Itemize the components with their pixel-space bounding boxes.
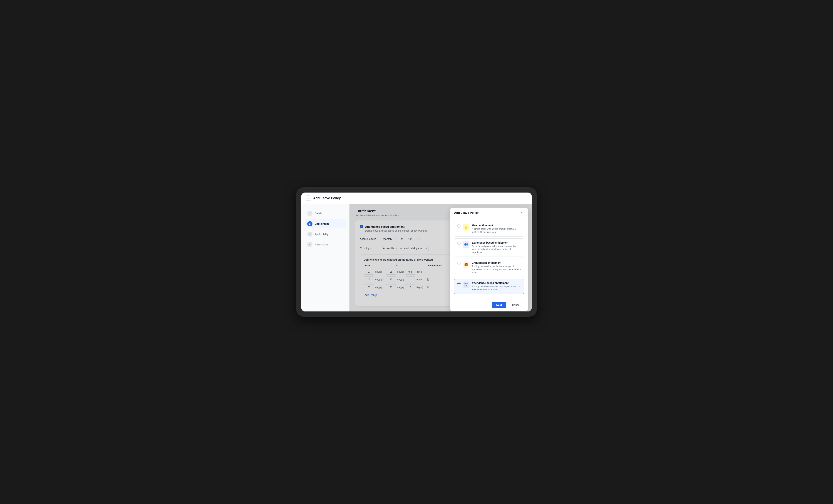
step-number-4: 4 — [307, 242, 312, 247]
next-button[interactable]: Next — [492, 302, 506, 308]
step-number-1: 1 — [307, 211, 312, 216]
policy-option-grant[interactable]: 🎁 Grant based entitlement A policy that … — [454, 258, 524, 277]
policy-selection-modal: Add Leave Policy × ⭐ Fixed entitlement A… — [450, 207, 528, 311]
grant-policy-info: Grant based entitlement A policy that cr… — [472, 261, 521, 274]
fixed-policy-name: Fixed entitlement — [472, 224, 521, 227]
sidebar: 1 Details 2 Entitlement 3 Applicability — [301, 204, 350, 311]
experience-policy-info: Experience based entitlement An advanced… — [472, 241, 521, 254]
sidebar-label-entitlement: Entitlement — [315, 222, 329, 225]
main-layout: 1 Details 2 Entitlement 3 Applicability — [301, 204, 532, 311]
step-number-2: 2 — [307, 221, 312, 226]
device-frame: ← Add Leave Policy 1 Details 2 Entitleme… — [296, 187, 537, 317]
sidebar-item-details[interactable]: 1 Details — [305, 209, 346, 218]
attendance-policy-desc: A policy that credits leave to employees… — [472, 285, 521, 291]
sidebar-label-details: Details — [315, 212, 323, 215]
modal-footer: Next Cancel — [450, 299, 528, 311]
sidebar-item-restrictions[interactable]: 4 Restrictions — [305, 240, 346, 249]
modal-overlay: Add Leave Policy × ⭐ Fixed entitlement A… — [350, 204, 532, 311]
grant-policy-desc: A policy that credits special leave to s… — [472, 265, 521, 274]
sidebar-item-entitlement[interactable]: 2 Entitlement — [305, 219, 346, 228]
cancel-button[interactable]: Cancel — [508, 302, 524, 308]
radio-fixed[interactable] — [457, 224, 460, 228]
fixed-policy-desc: A simple policy with a fixed amount of l… — [472, 227, 521, 234]
sidebar-item-applicability[interactable]: 3 Applicability — [305, 230, 346, 238]
app-header: ← Add Leave Policy — [301, 193, 532, 204]
policy-option-attendance[interactable]: 📅 Attendance based entitlement A policy … — [454, 279, 524, 294]
screen: ← Add Leave Policy 1 Details 2 Entitleme… — [301, 193, 532, 311]
attendance-policy-name: Attendance based entitlement — [472, 281, 521, 284]
sidebar-label-restrictions: Restrictions — [315, 243, 328, 246]
step-number-3: 3 — [307, 231, 312, 237]
modal-header: Add Leave Policy × — [450, 208, 528, 218]
modal-title: Add Leave Policy — [454, 211, 479, 215]
policy-option-experience[interactable]: 👥 Experience based entitlement An advanc… — [454, 238, 524, 257]
back-icon: ← — [307, 197, 310, 200]
grant-policy-icon: 🎁 — [463, 261, 470, 268]
radio-grant[interactable] — [457, 262, 460, 265]
sidebar-label-applicability: Applicability — [315, 233, 328, 236]
back-button[interactable]: ← — [306, 196, 311, 201]
experience-policy-name: Experience based entitlement — [472, 241, 521, 244]
grant-policy-name: Grant based entitlement — [472, 261, 521, 264]
modal-body: ⭐ Fixed entitlement A simple policy with… — [450, 218, 528, 299]
radio-attendance[interactable] — [457, 282, 460, 285]
policy-option-fixed[interactable]: ⭐ Fixed entitlement A simple policy with… — [454, 221, 524, 236]
attendance-policy-info: Attendance based entitlement A policy th… — [472, 281, 521, 291]
main-content: Entitlement Set the entitlement options … — [350, 204, 532, 311]
page-title: Add Leave Policy — [313, 196, 341, 200]
radio-experience[interactable] — [457, 242, 460, 245]
modal-close-button[interactable]: × — [520, 211, 524, 215]
experience-policy-icon: 👥 — [463, 241, 470, 248]
fixed-policy-icon: ⭐ — [463, 224, 470, 231]
experience-policy-desc: An advanced policy with a variable amoun… — [472, 245, 521, 254]
attendance-policy-icon: 📅 — [463, 281, 470, 288]
fixed-policy-info: Fixed entitlement A simple policy with a… — [472, 224, 521, 234]
